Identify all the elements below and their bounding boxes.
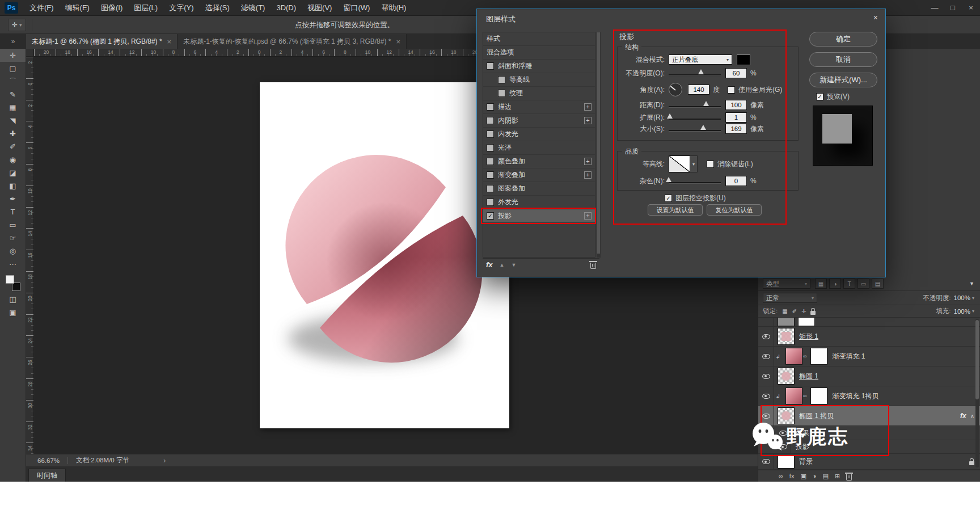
- cancel-button[interactable]: 取消: [809, 52, 877, 67]
- filter-type-icon[interactable]: T: [843, 279, 855, 289]
- style-checkbox[interactable]: [487, 171, 494, 179]
- add-instance-icon[interactable]: +: [584, 158, 592, 165]
- layer-row[interactable]: 背景: [758, 454, 980, 470]
- delete-layer-icon[interactable]: [846, 472, 852, 481]
- scrollbar-thumb[interactable]: [975, 320, 979, 399]
- style-checkbox[interactable]: [487, 103, 494, 111]
- move-effect-up-icon[interactable]: ▲: [500, 262, 505, 268]
- shape-tool-button[interactable]: ▭: [0, 218, 26, 231]
- style-checkbox[interactable]: [498, 90, 505, 97]
- new-layer-icon[interactable]: ⊞: [835, 473, 840, 480]
- spread-input[interactable]: 1: [725, 112, 747, 123]
- size-slider[interactable]: [669, 125, 721, 133]
- add-instance-icon[interactable]: +: [584, 117, 592, 124]
- style-list-item[interactable]: 纹理: [483, 87, 595, 100]
- menu-item[interactable]: 帮助(H): [375, 0, 412, 16]
- zoom-level[interactable]: 66.67%: [37, 457, 68, 464]
- opacity-input[interactable]: 60: [725, 68, 747, 78]
- tab-close-icon[interactable]: ×: [167, 37, 172, 46]
- style-list-item[interactable]: 外发光: [483, 196, 595, 209]
- style-list-item[interactable]: ✓投影+: [483, 209, 595, 223]
- visibility-toggle[interactable]: [758, 366, 774, 386]
- close-window-button[interactable]: ×: [962, 0, 980, 16]
- style-list-item[interactable]: 斜面和浮雕: [483, 60, 595, 73]
- chevron-down-icon[interactable]: ▾: [972, 296, 974, 301]
- eraser-tool-button[interactable]: ◪: [0, 166, 26, 179]
- style-list-item[interactable]: 颜色叠加+: [483, 155, 595, 168]
- menu-item[interactable]: 文件(F): [24, 0, 60, 16]
- layers-scrollbar[interactable]: [975, 319, 979, 467]
- brush-tool-button[interactable]: ✐: [0, 140, 26, 153]
- layer-row[interactable]: ↲∞渐变填充 1: [758, 347, 980, 366]
- layer-knockout-checkbox[interactable]: ✓: [665, 195, 672, 202]
- angle-input[interactable]: 140: [688, 85, 709, 95]
- collapse-effects-icon[interactable]: ∧: [970, 413, 974, 419]
- filter-toggle-icon[interactable]: ▼: [969, 281, 974, 286]
- reset-default-button[interactable]: 复位为默认值: [707, 204, 762, 216]
- style-list-item[interactable]: 渐变叠加+: [483, 168, 595, 182]
- current-tool-indicator[interactable]: ✛ ▾: [8, 19, 26, 31]
- menu-item[interactable]: 文字(Y): [163, 0, 199, 16]
- screen-mode-button[interactable]: ▣: [0, 306, 26, 319]
- menu-item[interactable]: 选择(S): [199, 0, 235, 16]
- gradient-tool-button[interactable]: ◧: [0, 179, 26, 192]
- move-tool-button[interactable]: ✛: [0, 49, 26, 62]
- menu-item[interactable]: 3D(D): [271, 0, 302, 16]
- lock-transparency-icon[interactable]: ▦: [782, 308, 787, 314]
- link-layers-icon[interactable]: ∞: [779, 473, 783, 479]
- pen-tool-button[interactable]: ✒: [0, 192, 26, 205]
- lasso-tool-button[interactable]: ⌒: [0, 75, 26, 88]
- style-list-item[interactable]: 混合选项: [483, 46, 595, 60]
- status-chevron-icon[interactable]: ›: [163, 456, 166, 465]
- set-default-button[interactable]: 设置为默认值: [648, 204, 703, 216]
- preview-checkbox[interactable]: ✓: [816, 93, 823, 100]
- add-effect-fx-button[interactable]: fx: [486, 260, 493, 269]
- distance-input[interactable]: 100: [725, 100, 747, 110]
- filter-smart-object-icon[interactable]: ▤: [872, 279, 884, 289]
- menu-item[interactable]: 图像(I): [95, 0, 128, 16]
- move-effect-down-icon[interactable]: ▼: [511, 262, 516, 268]
- filter-shape-icon[interactable]: ▭: [858, 279, 869, 289]
- document-tab[interactable]: 未标题-1-恢复的-恢复的.psd @ 66.7% (渐变填充 1 拷贝 3, …: [178, 34, 407, 49]
- minimize-button[interactable]: —: [926, 0, 944, 16]
- zoom-tool-button[interactable]: ◎: [0, 245, 26, 258]
- use-global-light-checkbox[interactable]: [728, 86, 735, 94]
- scrollbar-thumb[interactable]: [597, 32, 600, 254]
- menu-item[interactable]: 窗口(W): [337, 0, 375, 16]
- style-checkbox[interactable]: [487, 130, 494, 138]
- lock-all-icon[interactable]: [810, 308, 816, 315]
- style-checkbox[interactable]: [487, 117, 494, 124]
- delete-effect-icon[interactable]: [590, 263, 596, 269]
- ok-button[interactable]: 确定: [809, 32, 877, 47]
- type-tool-button[interactable]: T: [0, 205, 26, 218]
- layer-row[interactable]: [758, 318, 980, 327]
- dialog-close-icon[interactable]: ×: [873, 13, 878, 22]
- lock-position-icon[interactable]: ✛: [801, 308, 806, 314]
- opacity-slider[interactable]: [669, 69, 721, 77]
- document-tab[interactable]: 未标题-1 @ 66.7% (椭圆 1 拷贝, RGB/8#) *×: [26, 34, 178, 49]
- layer-row[interactable]: ↲∞渐变填充 1拷贝: [758, 386, 980, 406]
- new-style-button[interactable]: 新建样式(W)...: [809, 73, 877, 87]
- antialias-checkbox[interactable]: [707, 161, 714, 168]
- visibility-toggle[interactable]: [758, 318, 774, 326]
- contour-picker-caret-icon[interactable]: ▾: [690, 155, 698, 172]
- style-checkbox[interactable]: [487, 199, 494, 206]
- distance-slider[interactable]: [669, 101, 721, 109]
- angle-dial[interactable]: [669, 83, 682, 96]
- layer-blend-mode-dropdown[interactable]: 正常 ▾: [763, 293, 817, 303]
- background-color-swatch[interactable]: [12, 283, 20, 291]
- vertical-ruler[interactable]: 20246810121416182022242628303234: [26, 57, 34, 454]
- noise-input[interactable]: 0: [725, 176, 747, 186]
- slider-thumb[interactable]: [703, 101, 709, 106]
- style-list-item[interactable]: 光泽: [483, 141, 595, 155]
- layer-style-icon[interactable]: fx: [789, 473, 795, 479]
- filter-pixel-icon[interactable]: ▦: [815, 279, 827, 289]
- document-canvas[interactable]: [260, 82, 509, 428]
- visibility-toggle[interactable]: [758, 327, 774, 346]
- style-checkbox[interactable]: [487, 144, 494, 151]
- lock-pixels-icon[interactable]: ✐: [792, 308, 797, 314]
- noise-slider[interactable]: [669, 177, 721, 185]
- contour-picker[interactable]: [669, 155, 690, 172]
- eyedropper-tool-button[interactable]: ◥: [0, 114, 26, 127]
- menu-item[interactable]: 图层(L): [128, 0, 163, 16]
